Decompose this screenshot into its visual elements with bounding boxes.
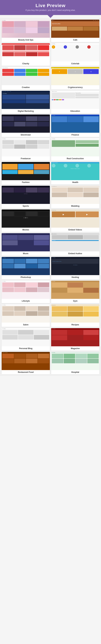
card-label-magazine: Magazine: [51, 346, 99, 350]
card-real-construction[interactable]: Our Gallery Real Construction: [51, 138, 99, 161]
card-hosting[interactable]: Your Gallery We Works For Advance Client…: [51, 257, 99, 280]
card-preview-music: What's New: [2, 233, 50, 251]
card-label-personal-blog: Personal Blog: [2, 346, 50, 350]
card-label-creative: Creative: [2, 85, 50, 90]
card-personal-blog[interactable]: Our Gallery Personal Blog: [2, 328, 50, 350]
card-finance[interactable]: Our Gallery Finance: [51, 114, 99, 137]
card-recipes[interactable]: Recipe Book Recipes: [51, 304, 99, 327]
card-preview-photoshop: Our Gallery: [2, 257, 50, 275]
card-label-charity: Charity: [2, 62, 50, 66]
header: Live Preview If you buy this product, yo…: [0, 0, 101, 15]
card-preview-embed-videos: Youtube Video ▶ ▶: [51, 210, 99, 228]
card-preview-movies: [2, 210, 50, 228]
card-label-education: Education: [51, 109, 99, 113]
card-electrician[interactable]: Electrician: [2, 114, 50, 137]
card-preview-restaurant-food: Today's Challenge: [2, 352, 50, 370]
header-subtitle: If you buy this product, you don't need …: [2, 9, 99, 11]
card-label-health: Health: [51, 180, 99, 184]
card-preview-hosting: Your Gallery We Works For Advance Client…: [51, 257, 99, 275]
card-label-cafe: Cafe: [51, 38, 99, 42]
card-preview-charity: [2, 43, 50, 62]
card-preview-salon: Our Gallery: [2, 304, 50, 322]
card-label-embed-videos: Embed Videos: [51, 228, 99, 232]
card-preview-fashion: [2, 162, 50, 180]
card-label-hosting: Hosting: [51, 275, 99, 280]
card-label-hospital: Hospital: [51, 370, 99, 374]
card-preview-cafe: ☕ Cafe Menu About Contact Check Out Your…: [51, 20, 99, 38]
card-preview-finance: Our Gallery: [51, 114, 99, 133]
card-wedding[interactable]: Lovely Moments Wedding: [51, 186, 99, 208]
card-label-freelancer: Freelancer: [2, 156, 50, 161]
card-cryptocurrency[interactable]: Crypto ₿ Ξ ◎ Cryptocurrency: [51, 67, 99, 90]
card-lifestyle[interactable]: Our Gallery Lifestyle: [2, 281, 50, 303]
card-health[interactable]: Our Advocacy Team We Works For Advance C…: [51, 162, 99, 184]
card-preview-lifestyle: Our Gallery: [2, 281, 50, 299]
card-label-fashion: Fashion: [2, 180, 50, 184]
card-preview-gym: Our Gallery: [51, 281, 99, 299]
card-photoshop[interactable]: Our Gallery Photoshop: [2, 257, 50, 280]
header-title: Live Preview: [2, 3, 99, 8]
card-preview-cryptocurrency: Crypto ₿ Ξ ◎: [51, 67, 99, 85]
card-sports[interactable]: Our Trainers Sports: [2, 186, 50, 208]
card-embed-videos[interactable]: Youtube Video ▶ ▶ Embed Videos: [51, 210, 99, 232]
card-digital-marketing[interactable]: Home Services Portfolio Contact Our Gall…: [2, 91, 50, 113]
card-preview-sports: Our Trainers: [2, 186, 50, 204]
card-creative[interactable]: Creative Workshop Creative: [2, 67, 50, 90]
card-label-sports: Sports: [2, 204, 50, 208]
card-preview-recipes: Recipe Book: [51, 304, 99, 322]
card-charity[interactable]: Charity: [2, 43, 50, 66]
card-preview-wedding: Lovely Moments: [51, 186, 99, 204]
card-magazine[interactable]: Music Movie Magazine: [51, 328, 99, 350]
card-label-wedding: Wedding: [51, 204, 99, 208]
card-salon[interactable]: Our Gallery Salon: [2, 304, 50, 327]
card-label-recipes: Recipes: [51, 322, 99, 327]
card-preview-digital-marketing: Home Services Portfolio Contact Our Gall…: [2, 91, 50, 109]
card-preview-embed-audios: Mixcloud Audios Amazon Audio: [51, 233, 99, 251]
card-preview-education: Diploma Courses Professional Team All Ar…: [51, 91, 99, 109]
card-label-real-construction: Real Construction: [51, 156, 99, 161]
card-preview-personal-blog: Our Gallery: [2, 328, 50, 346]
card-preview-beauty-spa: Our Gallery: [2, 20, 50, 38]
card-preview-hospital: Our Gallery: [51, 352, 99, 370]
card-preview-real-construction: Our Gallery: [51, 138, 99, 156]
card-grid: Our Gallery Beauty And Spa ☕ Cafe Menu A…: [0, 18, 101, 376]
card-preview-colorlab: Our Gallery B N B: [51, 43, 99, 62]
card-label-salon: Salon: [2, 322, 50, 327]
card-preview-creative: Creative Workshop: [2, 67, 50, 85]
card-preview-health: Our Advocacy Team We Works For Advance C…: [51, 162, 99, 180]
card-colorlab[interactable]: Our Gallery B N B Colorlab: [51, 43, 99, 66]
card-movies[interactable]: Movies: [2, 210, 50, 232]
card-education[interactable]: Diploma Courses Professional Team All Ar…: [51, 91, 99, 113]
card-label-gym: Gym: [51, 299, 99, 303]
card-hospital[interactable]: Our Gallery Hospital: [51, 352, 99, 374]
card-gym[interactable]: Our Gallery Gym: [51, 281, 99, 303]
card-restaurant-food[interactable]: Today's Challenge Restaurant Food: [2, 352, 50, 374]
card-label-electrician: Electrician: [2, 133, 50, 137]
card-label-beauty-spa: Beauty And Spa: [2, 38, 50, 42]
card-label-cryptocurrency: Cryptocurrency: [51, 85, 99, 90]
card-label-restaurant-food: Restaurant Food: [2, 370, 50, 374]
card-preview-magazine: Music Movie: [51, 328, 99, 346]
card-preview-freelancer: Our Gallery: [2, 138, 50, 156]
card-music[interactable]: What's New Music: [2, 233, 50, 256]
card-preview-electrician: [2, 114, 50, 133]
card-label-music: Music: [2, 251, 50, 256]
header-arrow: [48, 15, 54, 18]
card-label-photoshop: Photoshop: [2, 275, 50, 280]
card-label-colorlab: Colorlab: [51, 62, 99, 66]
card-label-lifestyle: Lifestyle: [2, 299, 50, 303]
card-cafe[interactable]: ☕ Cafe Menu About Contact Check Out Your…: [51, 20, 99, 42]
card-embed-audios[interactable]: Mixcloud Audios Amazon Audio Embed Audio…: [51, 233, 99, 256]
card-label-finance: Finance: [51, 133, 99, 137]
card-label-movies: Movies: [2, 228, 50, 232]
card-beauty-spa[interactable]: Our Gallery Beauty And Spa: [2, 20, 50, 42]
card-label-embed-audios: Embed Audios: [51, 251, 99, 256]
card-label-digital-marketing: Digital Marketing: [2, 109, 50, 113]
page-wrapper: Live Preview If you buy this product, yo…: [0, 0, 101, 376]
card-freelancer[interactable]: Our Gallery Freelancer: [2, 138, 50, 161]
card-fashion[interactable]: Fashion: [2, 162, 50, 184]
